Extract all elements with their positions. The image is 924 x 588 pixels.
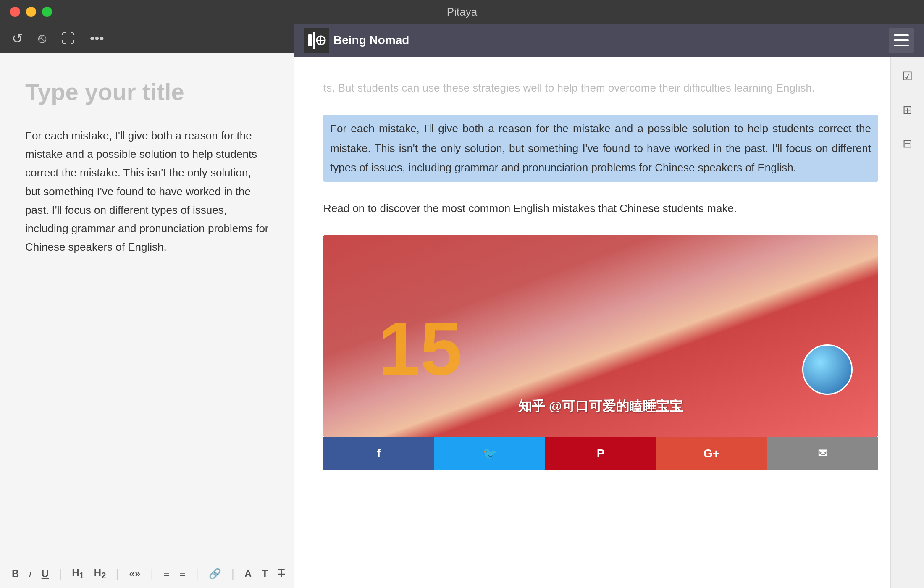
app-title: Pitaya xyxy=(447,5,477,18)
maximize-button[interactable] xyxy=(42,7,52,17)
format-bar: B i U | H1 H2 | «» | ≡ ≡ | 🔗 | A T T̶ | … xyxy=(0,559,294,588)
separator-5: | xyxy=(231,567,234,580)
email-button[interactable]: ✉ xyxy=(767,437,878,470)
facebook-icon: f xyxy=(377,447,381,460)
pinterest-button[interactable]: P xyxy=(545,437,656,470)
social-bar: f 🐦 P G+ ✉ xyxy=(323,437,878,470)
right-sidebar: ☑ ⊞ ⊟ xyxy=(890,57,924,588)
list-ul-button[interactable]: ≡ xyxy=(164,568,170,580)
quote-button[interactable]: «» xyxy=(129,568,141,580)
close-button[interactable] xyxy=(10,7,20,17)
article-image: 15 知乎 @可口可爱的瞌睡宝宝 xyxy=(323,235,878,437)
underline-button[interactable]: U xyxy=(42,568,49,580)
separator-2: | xyxy=(116,567,119,580)
separator-1: | xyxy=(59,567,62,580)
googleplus-button[interactable]: G+ xyxy=(656,437,767,470)
right-browser-panel: Being Nomad ☑ ⊞ ⊟ ts. But students can u… xyxy=(294,24,924,588)
h2-button[interactable]: H2 xyxy=(94,567,106,580)
hamburger-line-1 xyxy=(894,34,909,36)
email-icon: ✉ xyxy=(818,446,827,460)
image-container: 15 知乎 @可口可爱的瞌睡宝宝 f 🐦 P xyxy=(323,235,878,470)
hamburger-line-2 xyxy=(894,39,909,41)
browser-menu-button[interactable] xyxy=(889,28,914,53)
editor-content[interactable]: For each mistake, I'll give both a reaso… xyxy=(25,126,269,256)
strikethrough-button[interactable]: T̶ xyxy=(278,568,284,580)
bold-button[interactable]: B xyxy=(12,568,19,580)
link-button[interactable]: 🔗 xyxy=(209,568,221,580)
check-icon[interactable]: ☑ xyxy=(897,66,918,87)
intro-text-partial: ts. But students can use these strategie… xyxy=(323,78,878,98)
svg-rect-1 xyxy=(313,32,315,49)
browser-logo: Being Nomad xyxy=(304,28,409,53)
editor-area[interactable]: Type your title For each mistake, I'll g… xyxy=(0,53,294,559)
browser-logo-text: Being Nomad xyxy=(333,34,409,47)
annotate-button[interactable]: A xyxy=(244,568,252,580)
more-icon[interactable]: ••• xyxy=(90,31,104,46)
separator-3: | xyxy=(150,567,153,580)
number-overlay: 15 xyxy=(378,311,462,386)
highlighted-paragraph: For each mistake, I'll give both a reaso… xyxy=(323,115,878,182)
share-icon[interactable]: ⎋ xyxy=(38,31,46,46)
twitter-button[interactable]: 🐦 xyxy=(434,437,545,470)
block-icon[interactable]: ⊟ xyxy=(897,133,918,154)
facebook-button[interactable]: f xyxy=(323,437,434,470)
italic-button[interactable]: i xyxy=(29,568,31,580)
editor-toolbar: ↺ ⎋ ⛶ ••• xyxy=(0,24,294,53)
image-overlay-text: 知乎 @可口可爱的瞌睡宝宝 xyxy=(518,397,683,416)
svg-rect-0 xyxy=(308,34,312,46)
title-placeholder[interactable]: Type your title xyxy=(25,78,269,105)
window-controls xyxy=(10,7,52,17)
hamburger-line-3 xyxy=(894,45,909,46)
minimize-button[interactable] xyxy=(26,7,36,17)
logo-icon xyxy=(304,28,329,53)
read-on-text: Read on to discover the most common Engl… xyxy=(323,199,878,218)
left-editor-panel: ↺ ⎋ ⛶ ••• Type your title For each mista… xyxy=(0,24,294,588)
separator-4: | xyxy=(196,567,199,580)
browser-toolbar: Being Nomad xyxy=(294,24,924,57)
googleplus-icon: G+ xyxy=(704,447,719,460)
pinterest-icon: P xyxy=(597,447,605,460)
h1-button[interactable]: H1 xyxy=(72,567,84,580)
browser-content[interactable]: ts. But students can use these strategie… xyxy=(294,57,924,588)
expand-icon[interactable]: ⛶ xyxy=(61,31,75,46)
globe-decoration xyxy=(802,344,853,395)
main-layout: ↺ ⎋ ⛶ ••• Type your title For each mista… xyxy=(0,24,924,588)
title-bar: Pitaya xyxy=(0,0,924,24)
faded-text: ts. But students can use these strategie… xyxy=(323,81,815,94)
twitter-icon: 🐦 xyxy=(483,446,497,460)
refresh-icon[interactable]: ↺ xyxy=(12,31,23,47)
code-icon[interactable]: ⊞ xyxy=(897,99,918,120)
list-ol-button[interactable]: ≡ xyxy=(180,568,186,580)
type-button[interactable]: T xyxy=(262,568,268,580)
